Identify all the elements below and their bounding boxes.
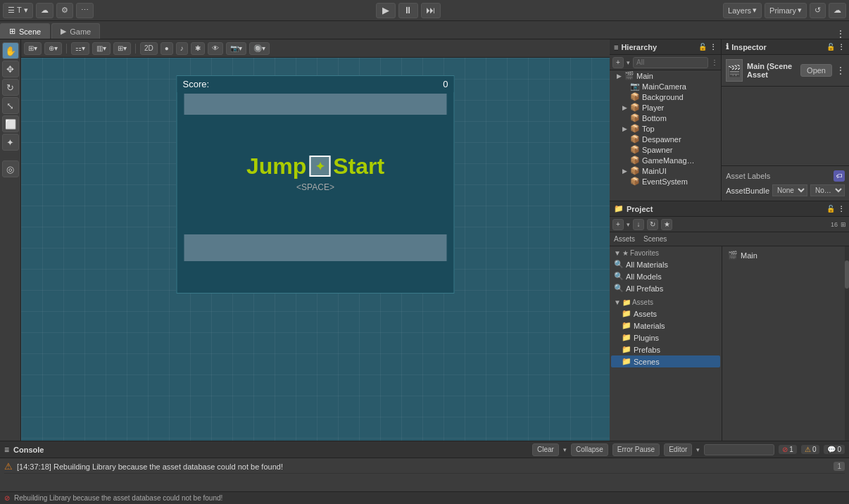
console-panel: ≡ Console Clear ▾ Collapse Error Pause E…: [0, 441, 849, 504]
editor-button[interactable]: Editor: [664, 443, 692, 456]
tree-item-despawner[interactable]: 📦 Despawner: [610, 134, 721, 144]
hidden-button[interactable]: 👁: [208, 42, 223, 55]
move-tool[interactable]: ✥: [2, 61, 19, 77]
scale-tool[interactable]: ⤡: [2, 97, 19, 114]
grid-button[interactable]: ⚏▾: [71, 42, 89, 55]
add-object-btn[interactable]: +: [612, 57, 624, 68]
tree-item-top[interactable]: ▶ 📦 Top: [610, 123, 721, 134]
import-btn[interactable]: ↓: [633, 219, 644, 230]
vis-button[interactable]: ⊞▾: [113, 42, 131, 55]
asset-bundle-select2[interactable]: No…: [810, 184, 845, 196]
hierarchy-more2[interactable]: ⋮: [711, 58, 718, 66]
tree-assets[interactable]: 📁 Assets: [611, 308, 720, 320]
console-row-1[interactable]: ⚠ [14:37:18] Rebuilding Library because …: [4, 460, 845, 474]
play-controls: ▶ ⏸ ⏭: [96, 3, 721, 18]
inspector-lock[interactable]: 🔓: [826, 43, 835, 51]
refresh-btn[interactable]: ↻: [647, 219, 658, 230]
console-title: Console: [13, 446, 44, 454]
play-icon: ▶: [382, 5, 389, 15]
project-toolbar: + ▾ ↓ ↻ ★ 16 ⊞: [610, 217, 849, 232]
prefabs-label: Prefabs: [634, 346, 660, 354]
fx-button[interactable]: ✱: [191, 42, 205, 55]
step-button[interactable]: ⏭: [421, 3, 441, 18]
project-more[interactable]: ⋮: [838, 205, 845, 213]
rect-tool[interactable]: ⬜: [2, 115, 19, 132]
pause-button[interactable]: ⏸: [398, 3, 418, 18]
tree-item-bottom[interactable]: 📦 Bottom: [610, 113, 721, 123]
rotate-tool[interactable]: ↻: [2, 79, 19, 96]
collapse-button[interactable]: Collapse: [571, 443, 608, 456]
error-pause-button[interactable]: Error Pause: [612, 443, 660, 456]
project-title: Project: [627, 205, 653, 213]
view-dropdown[interactable]: ⊞▾: [24, 42, 42, 55]
menu-button[interactable]: ☰ T ▾: [3, 3, 33, 18]
fav-all-prefabs[interactable]: 🔍 All Prefabs: [611, 282, 720, 294]
jump-word1: Jump: [246, 153, 306, 179]
tree-item-maincamera[interactable]: 📷 MainCamera: [610, 81, 721, 92]
tree-item-eventsystem[interactable]: 📦 EventSystem: [610, 176, 721, 187]
log-icon: 💬: [827, 446, 836, 453]
tree-item-gamemanager[interactable]: 📦 GameManag…: [610, 155, 721, 165]
tree-item-mainui[interactable]: ▶ 📦 MainUI: [610, 165, 721, 176]
project-lock[interactable]: 🔓: [826, 205, 835, 213]
transform-tool[interactable]: ✦: [2, 134, 19, 151]
add-asset-btn[interactable]: +: [612, 219, 624, 230]
audio-button[interactable]: ♪: [176, 42, 188, 55]
play-button[interactable]: ▶: [376, 3, 396, 18]
expand-main: ▶: [615, 73, 622, 80]
camera-button[interactable]: 📷▾: [226, 42, 246, 55]
tree-item-background[interactable]: 📦 Background: [610, 92, 721, 102]
console-search[interactable]: [704, 444, 774, 455]
hierarchy-search[interactable]: [633, 57, 708, 68]
tree-item-spawner[interactable]: 📦 Spawner: [610, 144, 721, 155]
render-button[interactable]: ▥▾: [92, 42, 111, 55]
fav-star: ★: [622, 249, 629, 257]
open-button[interactable]: Open: [800, 64, 832, 77]
inspector-panel: ℹ Inspector 🔓 ⋮ 🎬 Main (Scene Asset Open…: [722, 39, 849, 201]
inspector-more[interactable]: ⋮: [838, 43, 845, 51]
primary-label: Primary: [769, 6, 796, 15]
tree-prefabs[interactable]: 📁 Prefabs: [611, 344, 720, 355]
project-tab-assets[interactable]: Assets: [610, 235, 639, 243]
star-btn[interactable]: ★: [661, 219, 672, 230]
tree-item-main[interactable]: ▶ 🎬 Main: [610, 70, 721, 81]
warn-count: 0: [812, 446, 817, 453]
top-icon: 📦: [630, 124, 640, 133]
tab-scene[interactable]: ⊞ Scene: [0, 23, 50, 39]
collab-button[interactable]: ↺: [810, 3, 826, 18]
gizmo2-button[interactable]: 🔘▾: [249, 42, 270, 55]
tree-plugins[interactable]: 📁 Plugins: [611, 332, 720, 344]
cloud-button[interactable]: ☁: [36, 3, 54, 18]
pivot-tool[interactable]: ◎: [2, 160, 19, 177]
cloud2-button[interactable]: ☁: [829, 3, 846, 18]
game-icon: ▶: [61, 27, 66, 36]
layers-dropdown[interactable]: Layers ▾: [723, 3, 762, 18]
fav-all-models[interactable]: 🔍 All Models: [611, 270, 720, 282]
2d-button[interactable]: 2D: [140, 42, 158, 55]
game-center: Jump ✦ Start <SPACE>: [177, 116, 454, 229]
asset-bundle-select[interactable]: None: [772, 184, 807, 196]
tab-game[interactable]: ▶ Game: [51, 23, 100, 39]
hierarchy-lock[interactable]: 🔓: [698, 43, 707, 51]
extra-button[interactable]: ⋯: [76, 3, 94, 18]
clear-arrow: ▾: [563, 446, 567, 453]
light-button[interactable]: ●: [161, 42, 173, 55]
project-scrollbar[interactable]: [845, 246, 849, 441]
inspector-more2[interactable]: ⋮: [836, 65, 845, 75]
fav-pref-icon: 🔍: [614, 284, 624, 293]
hand-tool[interactable]: ✋: [2, 42, 19, 59]
project-tab-scenes[interactable]: Scenes: [639, 235, 671, 243]
tree-scenes[interactable]: 📁 Scenes: [611, 355, 720, 367]
tree-materials[interactable]: 📁 Materials: [611, 320, 720, 332]
content-main[interactable]: 🎬 Main: [725, 249, 842, 261]
gizmo-dropdown[interactable]: ⊕▾: [44, 42, 62, 55]
more-icon[interactable]: ⋮: [836, 29, 845, 39]
fav-all-materials[interactable]: 🔍 All Materials: [611, 258, 720, 270]
clear-button[interactable]: Clear: [532, 443, 559, 456]
platform-bottom: [184, 234, 447, 261]
primary-dropdown[interactable]: Primary ▾: [765, 3, 807, 18]
hierarchy-more[interactable]: ⋮: [710, 43, 717, 51]
settings-button[interactable]: ⚙: [56, 3, 73, 18]
status-bar: ⊘ Rebuilding Library because the asset d…: [0, 491, 849, 504]
tree-item-player[interactable]: ▶ 📦 Player: [610, 102, 721, 113]
